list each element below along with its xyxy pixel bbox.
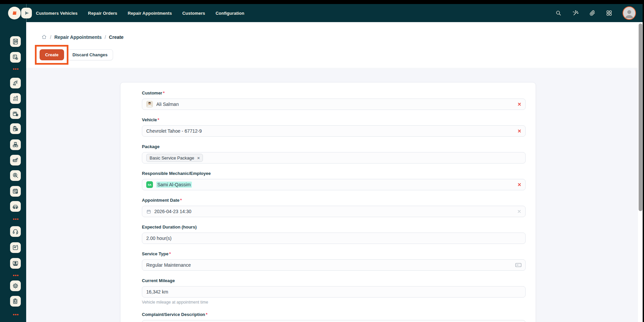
customer-avatar: [146, 101, 153, 108]
magic-wand-icon[interactable]: [572, 10, 579, 17]
clear-date-button[interactable]: [517, 209, 522, 214]
field-service-type: Service Type* Regular Maintenance: [142, 251, 526, 271]
customer-value: Ali Salman: [156, 102, 179, 107]
field-label: Vehicle*: [142, 117, 526, 122]
action-bar: / Repair Appointments / Create Create Di…: [26, 22, 638, 68]
sidebar-icon-calculator[interactable]: [10, 52, 21, 63]
calendar-icon: [146, 209, 151, 214]
collapse-arrow-icon: [23, 10, 30, 16]
package-input[interactable]: Basic Service Package ×: [142, 152, 526, 164]
sidebar-icon-package-plus[interactable]: [10, 108, 21, 119]
app-root: Customers Vehicles Repair Orders Repair …: [0, 0, 644, 322]
required-asterisk: *: [206, 312, 208, 317]
required-asterisk: *: [163, 90, 165, 95]
breadcrumb-separator: /: [105, 35, 106, 40]
field-label: Package: [142, 144, 526, 149]
create-button[interactable]: Create: [40, 49, 64, 60]
required-asterisk: *: [169, 251, 171, 256]
sidebar-icon-card-terminal[interactable]: [10, 155, 21, 166]
home-icon[interactable]: [41, 34, 47, 40]
vehicle-value: Chevrolet Tahoe - 67712-9: [146, 128, 202, 134]
sidebar-icon-vehicle-car[interactable]: [10, 201, 21, 212]
breadcrumb-section[interactable]: Repair Appointments: [54, 35, 102, 40]
required-asterisk: *: [158, 117, 159, 122]
discard-changes-button[interactable]: Discard Changes: [67, 49, 113, 60]
sidebar-section-divider: [13, 275, 18, 276]
service-type-select[interactable]: Regular Maintenance: [142, 259, 526, 271]
mechanic-avatar: SA: [146, 181, 153, 188]
person-silhouette-icon: [624, 8, 635, 19]
right-black-strip: [643, 0, 644, 322]
duration-value: 2.00 hour(s): [146, 236, 171, 241]
sidebar-icon-clipboard-billing[interactable]: [10, 123, 21, 134]
form-page-background: Customer* Ali Salman Vehicle* Ch: [26, 69, 638, 322]
scrollbar-thumb[interactable]: [639, 23, 642, 211]
mechanic-value: Sami Al-Qassim: [156, 182, 192, 188]
field-duration: Expected Duration (hours) 2.00 hour(s): [142, 224, 526, 244]
nav-configuration[interactable]: Configuration: [216, 11, 245, 16]
top-black-strip: [0, 0, 644, 4]
sidebar-section-divider: [13, 218, 18, 220]
scrollbar-track[interactable]: [638, 22, 643, 322]
customer-input[interactable]: Ali Salman: [142, 99, 526, 110]
field-label: Responsible Mechanic/Employee: [142, 171, 526, 176]
clear-mechanic-button[interactable]: [517, 183, 522, 187]
app-header: Customers Vehicles Repair Orders Repair …: [0, 4, 644, 22]
mileage-input[interactable]: 16,342 km: [142, 286, 526, 298]
field-mechanic: Responsible Mechanic/Employee SA Sami Al…: [142, 171, 526, 190]
sidebar-icon-employee-card[interactable]: [10, 296, 21, 307]
remove-chip-icon[interactable]: ×: [197, 156, 200, 160]
package-chip[interactable]: Basic Service Package ×: [146, 154, 203, 162]
field-label: Appointment Date*: [142, 197, 526, 203]
sidebar-icon-documents-folder[interactable]: [10, 242, 21, 253]
attachment-icon[interactable]: [589, 10, 596, 16]
sidebar-icon-media-screen[interactable]: [10, 258, 21, 269]
sidebar-icon-support-headset[interactable]: [10, 226, 21, 237]
nav-repair-orders[interactable]: Repair Orders: [88, 11, 117, 16]
package-chip-label: Basic Service Package: [150, 155, 194, 160]
sidebar-section-divider: [13, 314, 18, 315]
breadcrumb: / Repair Appointments / Create: [41, 34, 123, 40]
mileage-help-text: Vehicle mileage at appointment time: [142, 300, 526, 305]
field-label: Complaint/Service Description*: [142, 312, 526, 317]
clear-vehicle-button[interactable]: [517, 129, 522, 133]
nav-customers-vehicles[interactable]: Customers Vehicles: [36, 11, 77, 16]
search-icon[interactable]: [555, 10, 562, 16]
field-label: Customer*: [142, 90, 526, 95]
field-appointment-date: Appointment Date* 2026-04-23 14:30: [142, 197, 526, 217]
field-label: Expected Duration (hours): [142, 224, 526, 230]
app-logo[interactable]: [8, 7, 21, 19]
nav-repair-appointments[interactable]: Repair Appointments: [128, 11, 172, 16]
duration-input[interactable]: 2.00 hour(s): [142, 233, 526, 244]
sidebar-icon-schedule-calendar[interactable]: [10, 186, 21, 197]
sidebar-collapse-button[interactable]: [21, 8, 32, 18]
nav-customers[interactable]: Customers: [182, 11, 205, 16]
content-area: / Repair Appointments / Create Create Di…: [26, 22, 638, 322]
app-sidebar: [0, 22, 26, 322]
sidebar-icon-sales-chart[interactable]: [10, 93, 21, 104]
vehicle-input[interactable]: Chevrolet Tahoe - 67712-9: [142, 125, 526, 137]
sidebar-icon-service-bell[interactable]: [10, 78, 21, 88]
field-package: Package Basic Service Package ×: [142, 144, 526, 164]
sidebar-icon-stock-boxes[interactable]: [10, 139, 21, 150]
service-type-value: Regular Maintenance: [146, 262, 191, 268]
mechanic-input[interactable]: SA Sami Al-Qassim: [142, 179, 526, 190]
sidebar-icon-planner-clock[interactable]: [10, 36, 21, 47]
mileage-value: 16,342 km: [146, 289, 168, 295]
sidebar-icon-customer-search[interactable]: [10, 170, 21, 181]
user-avatar[interactable]: [623, 6, 636, 20]
clear-customer-button[interactable]: [517, 102, 522, 107]
main-nav: Customers Vehicles Repair Orders Repair …: [36, 4, 244, 22]
sidebar-icon-settings-gear[interactable]: [10, 280, 21, 291]
field-complaint: Complaint/Service Description* Regular s…: [142, 312, 526, 322]
breadcrumb-current: Create: [109, 35, 124, 40]
field-label: Service Type*: [142, 251, 526, 256]
appointment-date-value: 2026-04-23 14:30: [154, 209, 192, 214]
apps-grid-icon[interactable]: [606, 10, 612, 16]
appointment-date-input[interactable]: 2026-04-23 14:30: [142, 206, 526, 217]
complaint-textarea[interactable]: Regular scheduled maintenance: [142, 320, 526, 322]
field-vehicle: Vehicle* Chevrolet Tahoe - 67712-9: [142, 117, 526, 137]
select-field-icon: [515, 263, 522, 267]
sidebar-section-divider: [13, 68, 18, 70]
form-card: Customer* Ali Salman Vehicle* Ch: [120, 82, 536, 322]
